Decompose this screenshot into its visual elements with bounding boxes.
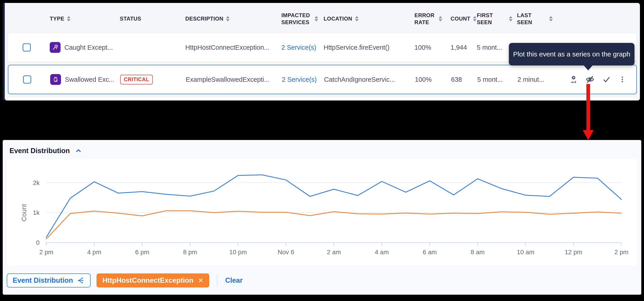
plot-event-on-graph-button[interactable]	[570, 75, 578, 84]
event-distribution-series-button[interactable]: Event Distribution	[7, 274, 90, 288]
hide-event-eye-slash-icon[interactable]	[585, 75, 595, 84]
header-impacted-services[interactable]: IMPACTED SERVICES	[277, 12, 321, 26]
sort-icon[interactable]	[549, 16, 553, 21]
panel-title-row: Event Distribution	[3, 140, 641, 155]
svg-text:2k: 2k	[33, 179, 40, 186]
header-count-label: COUNT	[450, 15, 470, 22]
header-status-label: STATUS	[120, 15, 141, 22]
header-type-label: TYPE	[50, 15, 64, 22]
swallowed-exception-jar-icon	[50, 74, 61, 85]
caught-exception-net-icon	[50, 42, 60, 53]
row-description: HttpHostConnectException...	[181, 44, 277, 51]
svg-text:0: 0	[36, 239, 40, 246]
clear-button[interactable]: Clear	[225, 276, 243, 285]
svg-text:4 am: 4 am	[375, 249, 389, 256]
header-impacted-services-label: IMPACTED SERVICES	[281, 12, 312, 26]
plot-event-tooltip: Plot this event as a series on the graph	[509, 43, 634, 65]
svg-text:Count: Count	[20, 204, 28, 221]
svg-text:4 pm: 4 pm	[87, 249, 101, 256]
series-button-label: Event Distribution	[13, 276, 73, 285]
header-first-seen[interactable]: FIRST SEEN	[472, 12, 512, 26]
row-first-seen: 5 mont...	[473, 76, 513, 83]
svg-text:12 pm: 12 pm	[565, 249, 582, 256]
chart-card: 01k2k2 pm4 pm6 pm8 pm10 pmNov 62 am4 am6…	[6, 159, 638, 266]
svg-text:Nov 6: Nov 6	[278, 249, 294, 256]
sort-icon[interactable]	[438, 16, 442, 21]
svg-text:1k: 1k	[33, 209, 40, 216]
chart-legend-row: Event Distribution HttpHostConnectExcept…	[7, 274, 641, 288]
header-error-rate-label: ERROR RATE	[414, 12, 436, 26]
impacted-services-link[interactable]: 2 Service(s)	[281, 44, 316, 51]
header-last-seen[interactable]: LAST SEEN	[512, 12, 553, 26]
header-first-seen-label: FIRST SEEN	[477, 12, 506, 26]
header-location-label: LOCATION	[324, 15, 352, 22]
divider	[217, 274, 218, 287]
event-distribution-chart: 01k2k2 pm4 pm6 pm8 pm10 pmNov 62 am4 am6…	[6, 159, 638, 266]
svg-text:8 pm: 8 pm	[183, 249, 197, 256]
svg-text:2 pm: 2 pm	[39, 249, 53, 256]
chip-label: HttpHostConnectException	[102, 276, 194, 285]
share-icon	[77, 277, 85, 284]
sort-icon[interactable]	[355, 16, 358, 21]
row-count: 1,944	[445, 44, 472, 51]
svg-text:10 am: 10 am	[517, 249, 534, 256]
row-description: ExampleSwallowedExcepti...	[181, 76, 277, 83]
svg-text:6 am: 6 am	[423, 249, 437, 256]
sort-icon[interactable]	[314, 16, 318, 21]
header-status[interactable]: STATUS	[115, 15, 181, 22]
row-location: HttpService.fireEvent()	[321, 44, 409, 51]
red-arrow-shaft	[586, 84, 590, 130]
chevron-up-icon[interactable]	[75, 147, 82, 154]
screenshot-frame: TYPE STATUS DESCRIPTION IMPACTED SERVICE…	[0, 0, 644, 301]
header-location[interactable]: LOCATION	[321, 15, 409, 22]
svg-text:8 am: 8 am	[471, 249, 485, 256]
kebab-menu-icon[interactable]	[618, 75, 626, 83]
critical-status-badge: CRITICAL	[120, 75, 153, 84]
table-row-swallowed-exception[interactable]: Swallowed Exc... CRITICAL ExampleSwallow…	[8, 65, 637, 94]
series-chip-httphostconnectexception[interactable]: HttpHostConnectException ✕	[96, 274, 209, 288]
panel-title: Event Distribution	[10, 147, 70, 155]
header-last-seen-label: LAST SEEN	[517, 12, 546, 26]
row-error-rate: 100%	[410, 76, 446, 83]
header-description-label: DESCRIPTION	[185, 15, 223, 22]
sort-icon[interactable]	[509, 16, 512, 21]
header-error-rate[interactable]: ERROR RATE	[409, 12, 445, 26]
row-checkbox[interactable]	[23, 75, 31, 83]
row-actions	[553, 75, 636, 84]
left-edge-strip	[3, 3, 5, 100]
event-distribution-panel: Event Distribution 01k2k2 pm4 pm6 pm8 pm…	[3, 140, 641, 295]
sort-icon[interactable]	[67, 16, 70, 21]
svg-text:10 pm: 10 pm	[229, 249, 247, 256]
table-header: TYPE STATUS DESCRIPTION IMPACTED SERVICE…	[8, 4, 637, 33]
tooltip-text: Plot this event as a series on the graph	[513, 50, 630, 58]
sort-icon[interactable]	[226, 16, 230, 21]
row-last-seen: 2 minut...	[513, 76, 553, 83]
header-description[interactable]: DESCRIPTION	[181, 15, 277, 22]
header-count[interactable]: COUNT	[445, 15, 472, 22]
svg-text:2 pm: 2 pm	[614, 249, 628, 256]
row-checkbox[interactable]	[22, 43, 31, 51]
row-first-seen: 5 mont...	[472, 44, 512, 51]
table-row-partial	[8, 97, 637, 100]
svg-text:6 pm: 6 pm	[135, 249, 149, 256]
header-type[interactable]: TYPE	[45, 15, 115, 22]
row-error-rate: 100%	[409, 44, 445, 51]
row-type-label: Caught Except...	[64, 44, 113, 51]
red-arrow-head	[583, 130, 594, 140]
resolve-check-icon[interactable]	[602, 75, 611, 84]
close-icon[interactable]: ✕	[198, 277, 203, 284]
row-count: 638	[446, 76, 473, 83]
row-location: CatchAndIgnoreServic...	[321, 76, 410, 83]
impacted-services-link[interactable]: 2 Service(s)	[282, 76, 317, 83]
svg-text:2 am: 2 am	[327, 249, 341, 256]
row-type-label: Swallowed Exc...	[65, 76, 114, 83]
